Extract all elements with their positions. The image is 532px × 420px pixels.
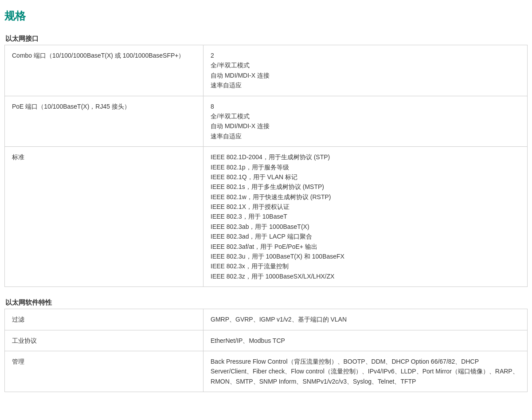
table-row: Combo 端口（10/100/1000BaseT(X) 或 100/1000B… [5,45,528,96]
cell-value-1-1: EtherNet/IP、Modbus TCP [203,330,528,351]
cell-label-1-2: 管理 [5,351,203,392]
cell-value-0-1: 8全/半双工模式自动 MDI/MDI-X 连接速率自适应 [203,96,528,147]
cell-label-1-1: 工业协议 [5,330,203,351]
cell-value-1-2: Back Pressure Flow Control（背压流量控制）、BOOTP… [203,351,528,392]
cell-value-0-2: IEEE 802.1D-2004，用于生成树协议 (STP)IEEE 802.1… [203,147,528,287]
table-row: 管理Back Pressure Flow Control（背压流量控制）、BOO… [5,351,528,392]
table-row: 工业协议EtherNet/IP、Modbus TCP [5,330,528,351]
table-ethernet-interface: Combo 端口（10/100/1000BaseT(X) 或 100/1000B… [4,45,528,287]
cell-value-1-0: GMRP、GVRP、IGMP v1/v2、基于端口的 VLAN [203,309,528,330]
table-row: 标准IEEE 802.1D-2004，用于生成树协议 (STP)IEEE 802… [5,147,528,287]
cell-value-0-0: 2全/半双工模式自动 MDI/MDI-X 连接速率自适应 [203,45,528,96]
cell-label-0-1: PoE 端口（10/100BaseT(X)，RJ45 接头） [5,96,203,147]
section-title-ethernet-software: 以太网软件特性 [4,294,528,309]
cell-label-0-2: 标准 [5,147,203,287]
table-row: 过滤GMRP、GVRP、IGMP v1/v2、基于端口的 VLAN [5,309,528,330]
table-row: PoE 端口（10/100BaseT(X)，RJ45 接头）8全/半双工模式自动… [5,96,528,147]
page-title: 规格 [4,9,528,23]
cell-label-1-0: 过滤 [5,309,203,330]
cell-label-0-0: Combo 端口（10/100/1000BaseT(X) 或 100/1000B… [5,45,203,96]
section-title-ethernet-interface: 以太网接口 [4,30,528,45]
table-ethernet-software: 过滤GMRP、GVRP、IGMP v1/v2、基于端口的 VLAN工业协议Eth… [4,309,528,392]
